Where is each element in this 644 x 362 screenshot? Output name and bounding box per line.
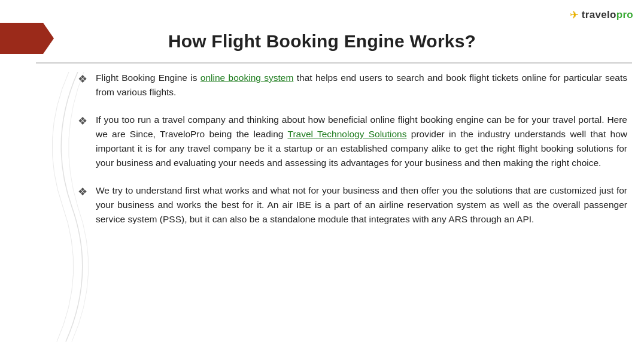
title-divider	[36, 62, 632, 64]
bullet-item-3: ❖ We try to understand first what works …	[78, 183, 627, 227]
bullet-diamond-1: ❖	[78, 72, 91, 87]
bullet-item-2: ❖ If you too run a travel company and th…	[78, 113, 627, 170]
online-booking-system-link[interactable]: online booking system	[201, 73, 294, 83]
bullet-diamond-2: ❖	[78, 114, 91, 129]
bullet-text-3: We try to understand first what works an…	[96, 183, 627, 227]
main-content: ❖ Flight Booking Engine is online bookin…	[78, 71, 627, 350]
bullet-diamond-3: ❖	[78, 185, 91, 200]
bullet-text-2: If you too run a travel company and thin…	[96, 113, 627, 170]
logo: ✈ travelоpro	[570, 8, 633, 22]
logo-icon: ✈	[570, 8, 579, 22]
page-title: How Flight Booking Engine Works?	[0, 31, 644, 52]
bullet-item-1: ❖ Flight Booking Engine is online bookin…	[78, 71, 627, 99]
bullet-text-1: Flight Booking Engine is online booking …	[96, 71, 627, 99]
logo-text: travelоpro	[582, 9, 633, 21]
travel-technology-solutions-link[interactable]: Travel Technology Solutions	[287, 129, 406, 139]
logo-suffix: pro	[616, 9, 633, 20]
